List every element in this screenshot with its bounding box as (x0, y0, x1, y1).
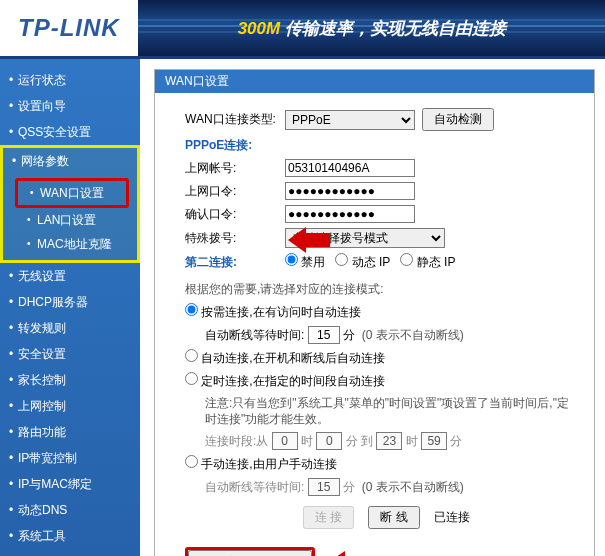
time-to-m[interactable] (421, 432, 447, 450)
sidebar-subitem-1[interactable]: LAN口设置 (15, 208, 129, 232)
mode-manual-radio[interactable]: 手动连接,由用户手动连接 (185, 455, 337, 473)
mode-hint: 根据您的需要,请选择对应的连接模式: (185, 281, 576, 298)
header: TP-LINK 300M 传输速率，实现无线自由连接 (0, 0, 605, 56)
wan-type-select[interactable]: PPPoE (285, 110, 415, 130)
sidebar-subitem-2[interactable]: MAC地址克隆 (15, 232, 129, 256)
connect-button[interactable]: 连 接 (303, 506, 354, 529)
mode-demand-radio[interactable]: 按需连接,在有访问时自动连接 (185, 303, 361, 321)
confirm-input[interactable] (285, 205, 415, 223)
username-label: 上网帐号: (185, 160, 285, 177)
second-conn-disable[interactable]: 禁用 (285, 253, 325, 271)
content: WAN口设置 WAN口连接类型: PPPoE 自动检测 PPPoE连接: 上网帐… (140, 59, 605, 556)
password-input[interactable] (285, 182, 415, 200)
second-conn-static[interactable]: 静态 IP (400, 253, 455, 271)
banner: 300M 传输速率，实现无线自由连接 (138, 0, 605, 56)
highlight-arrow-icon (290, 227, 330, 253)
sidebar-item-10[interactable]: 路由功能 (0, 419, 140, 445)
wan-type-label: WAN口连接类型: (185, 111, 285, 128)
sidebar-item-3[interactable]: 网络参数 (3, 148, 137, 174)
sidebar-item-7[interactable]: 安全设置 (0, 341, 140, 367)
idle-label: 自动断线等待时间: (205, 327, 304, 344)
sidebar-item-5[interactable]: DHCP服务器 (0, 289, 140, 315)
disconnect-button[interactable]: 断 线 (368, 506, 419, 529)
sidebar: 运行状态设置向导QSS安全设置网络参数WAN口设置LAN口设置MAC地址克隆无线… (0, 59, 140, 556)
mode-time-radio[interactable]: 定时连接,在指定的时间段自动连接 (185, 372, 385, 390)
idle-time-input-2[interactable] (308, 478, 340, 496)
wan-settings-panel: WAN口设置 WAN口连接类型: PPPoE 自动检测 PPPoE连接: 上网帐… (154, 69, 595, 556)
special-dial-label: 特殊拨号: (185, 230, 285, 247)
time-note: 注意:只有当您到"系统工具"菜单的"时间设置"项设置了当前时间后,"定时连接"功… (205, 395, 576, 427)
connection-status: 已连接 (434, 509, 470, 526)
logo-text: TP-LINK (18, 14, 120, 41)
advanced-settings-button[interactable]: 高级设置 (188, 550, 312, 556)
time-range-row: 连接时段:从 时 分 到 时 分 (205, 432, 576, 450)
pppoe-section: PPPoE连接: (185, 137, 576, 154)
time-from-h[interactable] (272, 432, 298, 450)
auto-detect-button[interactable]: 自动检测 (422, 108, 494, 131)
sidebar-item-2[interactable]: QSS安全设置 (0, 119, 140, 145)
confirm-label: 确认口令: (185, 206, 285, 223)
password-label: 上网口令: (185, 183, 285, 200)
sidebar-item-9[interactable]: 上网控制 (0, 393, 140, 419)
time-from-m[interactable] (316, 432, 342, 450)
username-input[interactable] (285, 159, 415, 177)
second-conn-dynamic[interactable]: 动态 IP (335, 253, 390, 271)
sidebar-item-6[interactable]: 转发规则 (0, 315, 140, 341)
sidebar-item-4[interactable]: 无线设置 (0, 263, 140, 289)
banner-text: 300M 传输速率，实现无线自由连接 (238, 17, 506, 40)
sidebar-subitem-0[interactable]: WAN口设置 (15, 178, 129, 208)
panel-title: WAN口设置 (155, 70, 594, 93)
sidebar-item-8[interactable]: 家长控制 (0, 367, 140, 393)
sidebar-item-13[interactable]: 动态DNS (0, 497, 140, 523)
sidebar-item-0[interactable]: 运行状态 (0, 67, 140, 93)
sidebar-item-14[interactable]: 系统工具 (0, 523, 140, 549)
sidebar-item-11[interactable]: IP带宽控制 (0, 445, 140, 471)
logo-area: TP-LINK (0, 0, 138, 56)
second-conn-label: 第二连接: (185, 254, 285, 271)
time-to-h[interactable] (376, 432, 402, 450)
sidebar-item-1[interactable]: 设置向导 (0, 93, 140, 119)
highlight-arrow-icon (325, 553, 405, 557)
idle-time-input[interactable] (308, 326, 340, 344)
mode-auto-radio[interactable]: 自动连接,在开机和断线后自动连接 (185, 349, 385, 367)
sidebar-item-12[interactable]: IP与MAC绑定 (0, 471, 140, 497)
